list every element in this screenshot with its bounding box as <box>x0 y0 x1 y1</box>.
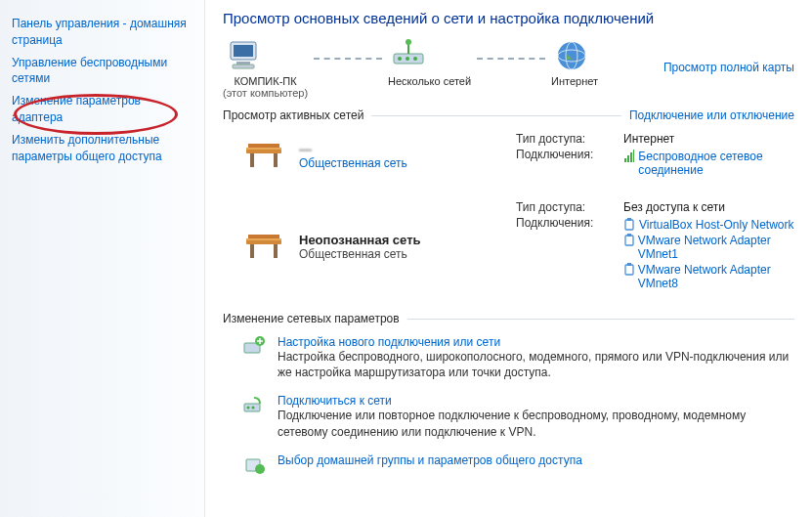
svg-rect-13 <box>246 148 281 150</box>
map-node-pc: КОМПИК-ПК (этот компьютер) <box>223 36 308 99</box>
wifi-signal-icon <box>623 150 634 163</box>
task-new-connection: Настройка нового подключения или сети На… <box>242 335 794 380</box>
svg-point-38 <box>255 464 265 474</box>
sidebar: Панель управления - домашняя страница Уп… <box>0 0 205 517</box>
map-node-multi-name: Несколько сетей <box>388 75 471 87</box>
svg-rect-3 <box>233 65 254 68</box>
svg-rect-25 <box>274 244 278 258</box>
svg-point-36 <box>252 407 255 409</box>
connect-network-icon <box>242 394 266 417</box>
connections-label: Подключения: <box>516 148 623 179</box>
svg-rect-15 <box>250 153 254 167</box>
connections-label: Подключения: <box>516 216 623 292</box>
sidebar-item-adapter-settings[interactable]: Изменение параметров адаптера <box>12 93 192 126</box>
ethernet-plug-icon <box>623 263 634 277</box>
task-title-link[interactable]: Настройка нового подключения или сети <box>278 335 500 349</box>
svg-point-6 <box>406 57 409 61</box>
active-network-1: — Общественная сеть Тип доступа:Интернет… <box>223 130 794 181</box>
svg-rect-1 <box>234 45 253 57</box>
svg-rect-23 <box>248 235 279 238</box>
svg-rect-19 <box>630 152 632 162</box>
svg-rect-30 <box>625 265 633 275</box>
wireless-connection-link[interactable]: Беспроводное сетевое соединение <box>638 150 794 177</box>
change-settings-title: Изменение сетевых параметров <box>223 312 400 325</box>
svg-rect-14 <box>248 144 279 148</box>
network-name: Неопознанная сеть <box>299 233 421 247</box>
access-label: Тип доступа: <box>516 132 623 146</box>
map-node-internet-name: Интернет <box>551 75 598 87</box>
bench-icon <box>242 138 285 173</box>
svg-point-8 <box>406 39 411 45</box>
new-connection-icon <box>242 335 266 359</box>
network-type: Общественная сеть <box>299 247 407 261</box>
task-homegroup: Выбор домашней группы и параметров общег… <box>242 453 794 477</box>
map-node-multi: Несколько сетей <box>388 36 471 87</box>
task-desc: Настройка беспроводного, широкополосного… <box>278 349 794 380</box>
page-title: Просмотр основных сведений о сети и наст… <box>223 10 794 26</box>
full-map-link[interactable]: Просмотр полной карты <box>663 61 794 74</box>
svg-rect-20 <box>633 150 634 162</box>
map-node-internet: Интернет <box>551 36 598 87</box>
connection-link[interactable]: VirtualBox Host-Only Network <box>639 218 794 232</box>
network-type-link[interactable]: Общественная сеть <box>299 156 407 170</box>
active-networks-title: Просмотр активных сетей <box>223 108 363 122</box>
access-label: Тип доступа: <box>516 200 623 214</box>
map-dash-icon <box>477 58 545 60</box>
svg-rect-29 <box>627 234 631 237</box>
network-name-blurred: — <box>299 142 407 156</box>
map-node-pc-name: КОМПИК-ПК <box>223 75 308 87</box>
svg-rect-18 <box>627 155 629 162</box>
connect-disconnect-link[interactable]: Подключение или отключение <box>629 108 794 122</box>
computer-icon <box>223 36 264 75</box>
active-networks-header: Просмотр активных сетей Подключение или … <box>223 108 794 122</box>
network-hub-icon <box>388 36 429 75</box>
svg-point-9 <box>558 42 585 69</box>
ethernet-plug-icon <box>623 234 634 247</box>
task-desc: Подключение или повторное подключение к … <box>278 408 794 439</box>
task-connect-network: Подключиться к сети Подключение или повт… <box>242 394 794 439</box>
task-title-link[interactable]: Подключиться к сети <box>278 394 392 408</box>
svg-rect-26 <box>625 220 633 230</box>
sidebar-item-sharing[interactable]: Изменить дополнительные параметры общего… <box>12 132 192 165</box>
map-node-pc-sub: (этот компьютер) <box>223 87 308 99</box>
map-dash-icon <box>314 58 382 60</box>
connection-link[interactable]: VMware Network Adapter VMnet8 <box>638 263 794 290</box>
svg-rect-27 <box>627 218 631 221</box>
svg-point-35 <box>247 407 250 409</box>
svg-rect-16 <box>274 153 278 167</box>
svg-rect-17 <box>624 158 626 162</box>
svg-rect-22 <box>246 238 281 240</box>
access-value: Интернет <box>623 132 794 146</box>
task-title-link[interactable]: Выбор домашней группы и параметров общег… <box>278 453 582 467</box>
access-value: Без доступа к сети <box>623 200 794 214</box>
svg-rect-24 <box>250 244 254 258</box>
change-settings-header: Изменение сетевых параметров <box>223 312 794 325</box>
sidebar-item-wireless[interactable]: Управление беспроводными сетями <box>12 55 192 88</box>
svg-rect-31 <box>627 263 631 266</box>
svg-rect-28 <box>625 236 633 245</box>
main-content: Просмотр основных сведений о сети и наст… <box>205 0 812 517</box>
svg-point-7 <box>413 57 417 61</box>
network-map-row: КОМПИК-ПК (этот компьютер) Несколько сет… <box>223 36 794 99</box>
homegroup-icon <box>242 453 266 477</box>
ethernet-plug-icon <box>623 218 635 232</box>
globe-icon <box>551 36 592 75</box>
connection-link[interactable]: VMware Network Adapter VMnet1 <box>638 234 794 261</box>
bench-icon <box>242 229 285 264</box>
sidebar-item-home[interactable]: Панель управления - домашняя страница <box>12 16 192 49</box>
active-network-2: Неопознанная сеть Общественная сеть Тип … <box>223 198 794 294</box>
svg-point-5 <box>398 57 402 61</box>
